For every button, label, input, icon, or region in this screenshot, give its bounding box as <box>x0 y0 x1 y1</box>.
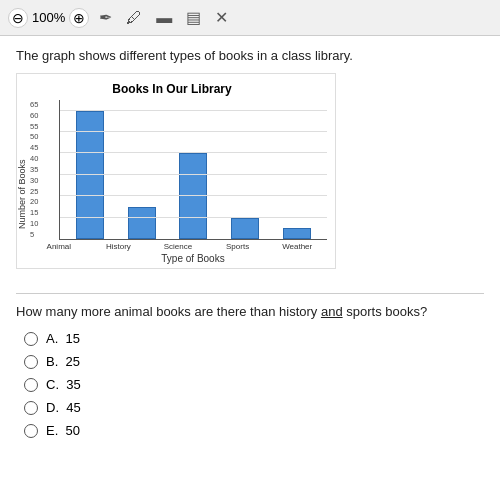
answer-options: A. 15 B. 25 C. 35 D. 45 E. 50 <box>16 331 484 438</box>
option-c-label: C. 35 <box>46 377 81 392</box>
chart-inner: 65 60 55 50 45 40 35 30 25 20 15 10 5 <box>29 100 327 264</box>
x-axis-label: Type of Books <box>59 253 327 264</box>
y-axis-label: Number of Books <box>17 124 27 264</box>
option-a[interactable]: A. 15 <box>24 331 484 346</box>
toolbar: ⊖ 100% ⊕ ✒ 🖊 ▬ ▤ ✕ <box>0 0 500 36</box>
option-e[interactable]: E. 50 <box>24 423 484 438</box>
bar-weather-rect <box>283 228 311 239</box>
option-d[interactable]: D. 45 <box>24 400 484 415</box>
eraser-icon[interactable]: ▬ <box>152 7 176 29</box>
option-e-label: E. 50 <box>46 423 80 438</box>
bar-animal <box>64 100 116 239</box>
x-label-weather: Weather <box>267 242 327 251</box>
x-label-animal: Animal <box>29 242 89 251</box>
option-a-label: A. 15 <box>46 331 80 346</box>
x-label-history: History <box>89 242 149 251</box>
bar-animal-rect <box>76 111 104 239</box>
x-label-science: Science <box>148 242 208 251</box>
option-c[interactable]: C. 35 <box>24 377 484 392</box>
radio-c[interactable] <box>24 378 38 392</box>
option-b-label: B. 25 <box>46 354 80 369</box>
main-content: The graph shows different types of books… <box>0 36 500 450</box>
bars-area: 65 60 55 50 45 40 35 30 25 20 15 10 5 <box>59 100 327 240</box>
chart-title: Books In Our Library <box>17 82 327 96</box>
zoom-in-button[interactable]: ⊕ <box>69 8 89 28</box>
radio-b[interactable] <box>24 355 38 369</box>
option-b[interactable]: B. 25 <box>24 354 484 369</box>
x-label-sports: Sports <box>208 242 268 251</box>
bar-chart: Books In Our Library Number of Books <box>16 73 336 269</box>
list-icon[interactable]: ▤ <box>182 6 205 29</box>
bar-science-rect <box>179 153 207 239</box>
close-icon[interactable]: ✕ <box>211 6 232 29</box>
bar-sports-rect <box>231 218 259 239</box>
zoom-out-button[interactable]: ⊖ <box>8 8 28 28</box>
x-axis-labels: Animal History Science Sports Weather <box>29 242 327 251</box>
underlined-and: and <box>321 304 343 319</box>
divider <box>16 293 484 294</box>
chart-area: Number of Books 65 60 <box>17 100 327 264</box>
radio-a[interactable] <box>24 332 38 346</box>
zoom-level: 100% <box>30 10 67 25</box>
zoom-control[interactable]: ⊖ 100% ⊕ <box>8 8 89 28</box>
option-d-label: D. 45 <box>46 400 81 415</box>
bar-history-rect <box>128 207 156 239</box>
bar-history <box>116 100 168 239</box>
intro-text: The graph shows different types of books… <box>16 48 484 63</box>
bar-weather <box>271 100 323 239</box>
sub-question-text: How many more animal books are there tha… <box>16 304 484 319</box>
radio-d[interactable] <box>24 401 38 415</box>
highlight-icon[interactable]: 🖊 <box>122 7 146 29</box>
bar-sports <box>219 100 271 239</box>
bar-science <box>168 100 220 239</box>
radio-e[interactable] <box>24 424 38 438</box>
pencil-icon[interactable]: ✒ <box>95 6 116 29</box>
